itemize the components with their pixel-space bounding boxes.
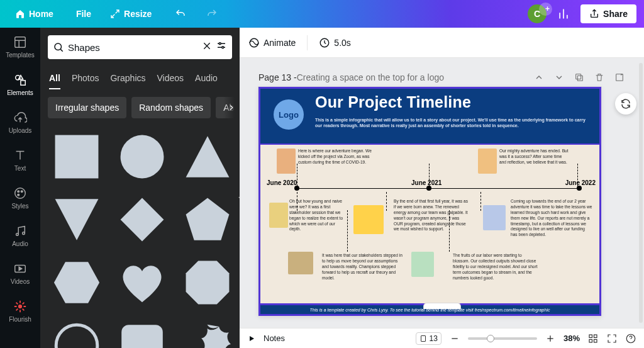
canvas-subtitle-text[interactable]: This is a simple infographic that will a… [315,117,589,129]
connector[interactable] [429,164,430,186]
canvas-body-band[interactable]: June 2020 June 2021 June 2022 [258,143,601,305]
undo-button[interactable] [172,5,189,23]
canvas-illustration[interactable] [353,205,384,234]
bottom-drawer-handle[interactable] [423,303,461,309]
rail-flourish[interactable]: Flourish [0,292,40,330]
rail-templates[interactable]: Templates [0,28,40,65]
connector[interactable] [347,210,348,252]
home-icon [15,9,25,19]
duration-button[interactable]: 5.0s [319,37,350,48]
grid-view-button[interactable] [587,333,599,344]
notes-button[interactable]: Notes [264,334,285,343]
home-button[interactable]: Home [9,5,60,23]
canvas-illustration[interactable] [483,205,506,230]
canvas-illustration[interactable] [277,149,296,174]
shape-seal[interactable] [179,317,236,348]
canvas-illustration[interactable] [288,252,313,274]
tab-photos[interactable]: Photos [72,68,99,89]
zoom-out-button[interactable] [449,333,460,344]
add-page-button[interactable] [614,72,625,83]
chip-random[interactable]: Random shapes [131,97,211,118]
canvas-blurb-4[interactable]: By the end of that first full year, it w… [394,199,469,232]
canvas-page[interactable]: Logo Our Project Timeline This is a simp… [258,87,601,316]
timeline-node-2[interactable] [426,186,431,191]
chip-irregular[interactable]: Irregular shapes [48,97,126,118]
rail-uploads[interactable]: Uploads [0,103,40,141]
shape-ring[interactable] [48,317,106,348]
clear-search-button[interactable] [202,41,212,53]
rail-label: Templates [6,52,35,59]
tab-graphics[interactable]: Graphics [110,68,145,89]
timeline-line[interactable] [294,188,582,189]
tab-all[interactable]: All [49,68,60,89]
svg-rect-33 [577,76,582,81]
canvas-illustration[interactable] [269,203,288,228]
svg-line-14 [60,49,62,51]
search-input[interactable] [68,42,198,53]
canvas-illustration[interactable] [478,149,497,174]
zoom-in-button[interactable] [545,333,556,344]
shape-pentagon[interactable] [179,191,236,248]
canvas-blurb-6[interactable]: Our mighty adventure has ended. But was … [499,149,569,166]
redo-button[interactable] [203,5,221,23]
canvas-title-text[interactable]: Our Project Timeline [315,93,471,111]
topbar-left: Home File Resize [0,5,221,23]
chips-scroll-right[interactable] [223,89,240,126]
fullscreen-button[interactable] [606,333,618,344]
page-title-editable[interactable]: Creating a space on the top for a logo [297,72,444,82]
file-menu[interactable]: File [70,5,97,23]
animate-button[interactable]: Animate [248,37,296,48]
shape-diamond[interactable] [113,191,171,248]
tab-videos[interactable]: Videos [157,68,184,89]
help-button[interactable] [625,333,636,344]
canvas-blurb-5[interactable]: The fruits of our labor were starting to… [453,253,538,281]
share-button[interactable]: Share [580,4,636,23]
insights-button[interactable] [553,3,574,25]
canvas-blurb-2[interactable]: Oh but how young and naive were we? It w… [289,199,343,232]
shape-circle[interactable] [113,128,171,185]
canvas-blurb-1[interactable]: Here is where our adventure began. We ki… [298,149,374,166]
shape-heart[interactable] [113,254,171,311]
timeline-node-3[interactable] [577,186,582,191]
rail-styles[interactable]: Styles [0,179,40,216]
svg-point-10 [23,232,25,234]
connector[interactable] [297,164,297,186]
user-avatar[interactable]: C + [528,4,547,23]
timeline-label-3[interactable]: June 2022 [565,179,596,186]
shape-rounded-square[interactable] [113,317,171,348]
rail-videos[interactable]: Videos [0,254,40,292]
duplicate-page-button[interactable] [574,72,585,83]
connector[interactable] [386,192,387,211]
timeline-label-2[interactable]: June 2021 [411,179,441,186]
canvas-blurb-7[interactable]: Coming up towards the end of our 2 year … [511,199,592,238]
connector[interactable] [480,192,481,211]
shape-triangle-down[interactable] [48,191,106,248]
tab-audio[interactable]: Audio [195,68,218,89]
page-up-button[interactable] [533,72,545,83]
filter-button[interactable] [216,40,227,54]
shape-hexagon[interactable] [48,254,106,311]
page-down-button[interactable] [553,72,565,83]
vertical-scrollbar[interactable] [639,63,643,323]
delete-page-button[interactable] [594,72,605,83]
canvas-illustration[interactable] [411,252,434,277]
page-indicator[interactable]: 13 [416,332,441,345]
svg-point-22 [121,135,164,179]
resize-menu[interactable]: Resize [104,5,158,23]
rail-audio[interactable]: Audio [0,216,40,254]
svg-point-20 [222,47,224,48]
shape-octagon[interactable] [179,254,236,311]
rail-text[interactable]: Text [0,141,40,179]
timeline-node-1[interactable] [294,186,299,191]
zoom-slider-knob[interactable] [487,335,494,342]
rail-elements[interactable]: Elements [0,65,40,103]
zoom-percent[interactable]: 38% [564,334,580,343]
canvas-logo-placeholder[interactable]: Logo [274,99,304,130]
zoom-slider[interactable] [468,337,537,340]
timeline-label-1[interactable]: June 2020 [267,179,297,186]
canvas-blurb-3[interactable]: It was here that our stakeholders steppe… [322,253,404,281]
shape-triangle[interactable] [179,128,236,185]
connector[interactable] [577,164,578,186]
regenerate-button[interactable] [615,93,636,115]
shape-square[interactable] [48,128,106,185]
